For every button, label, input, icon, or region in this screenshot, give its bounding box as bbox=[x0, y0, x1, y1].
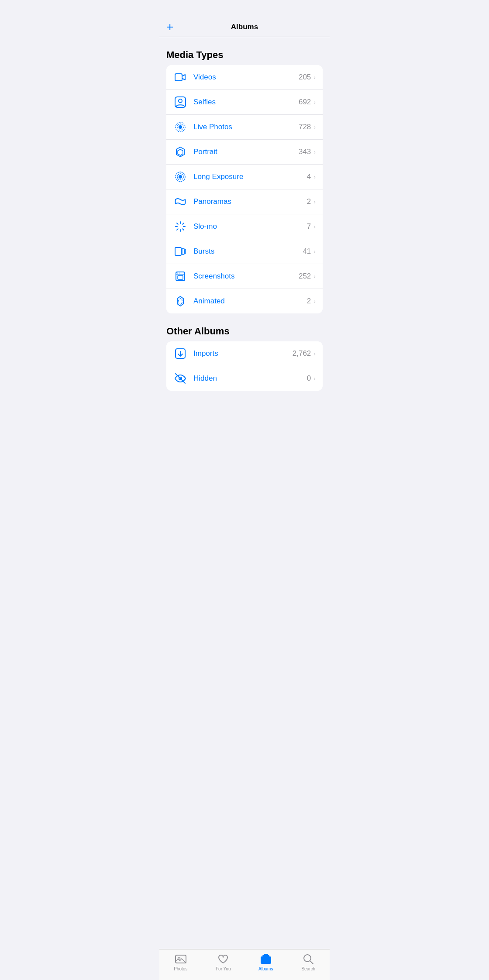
screenshots-label: Screenshots bbox=[193, 272, 299, 281]
list-item-animated[interactable]: Animated 2 › bbox=[166, 289, 323, 313]
media-types-heading: Media Types bbox=[159, 49, 330, 65]
add-button[interactable]: + bbox=[166, 21, 173, 33]
screenshots-chevron: › bbox=[313, 273, 316, 280]
animated-chevron: › bbox=[313, 298, 316, 305]
portrait-count: 343 bbox=[299, 148, 311, 156]
media-types-section: Media Types Videos 205 › bbox=[159, 49, 330, 313]
panoramas-count: 2 bbox=[307, 197, 311, 206]
live-photos-count: 728 bbox=[299, 123, 311, 131]
bursts-label: Bursts bbox=[193, 247, 303, 256]
svg-rect-29 bbox=[261, 956, 271, 964]
selfies-label: Selfies bbox=[193, 98, 299, 107]
long-exposure-chevron: › bbox=[313, 173, 316, 180]
videos-chevron: › bbox=[313, 74, 316, 81]
main-content: Media Types Videos 205 › bbox=[159, 49, 330, 427]
list-item-panoramas[interactable]: Panoramas 2 › bbox=[166, 189, 323, 214]
live-photo-icon bbox=[173, 120, 187, 134]
slomo-icon bbox=[173, 220, 187, 234]
panoramas-chevron: › bbox=[313, 198, 316, 205]
nav-bar: + Albums bbox=[159, 19, 330, 37]
svg-rect-23 bbox=[178, 275, 183, 279]
other-albums-heading: Other Albums bbox=[159, 326, 330, 341]
imports-chevron: › bbox=[313, 350, 316, 357]
albums-tab-label: Albums bbox=[258, 966, 273, 971]
videos-label: Videos bbox=[193, 73, 299, 82]
svg-rect-18 bbox=[182, 248, 184, 254]
animated-count: 2 bbox=[307, 297, 311, 306]
svg-line-13 bbox=[177, 223, 178, 224]
svg-point-22 bbox=[179, 273, 180, 274]
for-you-tab-label: For You bbox=[216, 966, 231, 971]
albums-tab-icon bbox=[260, 953, 272, 965]
animated-label: Animated bbox=[193, 297, 307, 306]
list-item-videos[interactable]: Videos 205 › bbox=[166, 65, 323, 90]
slo-mo-count: 7 bbox=[307, 222, 311, 231]
imports-icon bbox=[173, 347, 187, 361]
videos-count: 205 bbox=[299, 73, 311, 82]
tab-search[interactable]: Search bbox=[287, 953, 330, 971]
slo-mo-chevron: › bbox=[313, 223, 316, 230]
animated-icon bbox=[173, 294, 187, 308]
list-item-screenshots[interactable]: Screenshots 252 › bbox=[166, 264, 323, 289]
list-item-long-exposure[interactable]: Long Exposure 4 › bbox=[166, 165, 323, 189]
portrait-chevron: › bbox=[313, 148, 316, 155]
long-exposure-icon bbox=[173, 170, 187, 184]
list-item-imports[interactable]: Imports 2,762 › bbox=[166, 341, 323, 366]
hidden-count: 0 bbox=[307, 374, 311, 383]
svg-point-6 bbox=[179, 175, 182, 179]
long-exposure-count: 4 bbox=[307, 172, 311, 181]
tab-bar: Photos For You Albums Search bbox=[159, 949, 330, 980]
list-item-portrait[interactable]: Portrait 343 › bbox=[166, 140, 323, 165]
panorama-icon bbox=[173, 195, 187, 209]
slo-mo-label: Slo-mo bbox=[193, 222, 307, 231]
bursts-icon bbox=[173, 244, 187, 258]
photos-tab-label: Photos bbox=[174, 966, 187, 971]
tab-for-you[interactable]: For You bbox=[202, 953, 245, 971]
svg-point-2 bbox=[179, 99, 182, 103]
list-item-selfies[interactable]: Selfies 692 › bbox=[166, 90, 323, 115]
portrait-label: Portrait bbox=[193, 148, 299, 156]
imports-label: Imports bbox=[193, 349, 293, 358]
page-title: Albums bbox=[231, 23, 258, 31]
live-photos-chevron: › bbox=[313, 124, 316, 131]
bursts-count: 41 bbox=[303, 247, 311, 256]
search-tab-icon bbox=[302, 953, 314, 965]
hidden-chevron: › bbox=[313, 375, 316, 382]
live-photos-label: Live Photos bbox=[193, 123, 299, 131]
status-bar bbox=[159, 0, 330, 19]
svg-point-3 bbox=[179, 125, 182, 129]
svg-rect-17 bbox=[175, 248, 181, 255]
hidden-label: Hidden bbox=[193, 374, 307, 383]
svg-point-21 bbox=[177, 273, 178, 274]
svg-line-33 bbox=[310, 961, 313, 964]
other-albums-section: Other Albums Imports 2,762 › bbox=[159, 326, 330, 391]
panoramas-label: Panoramas bbox=[193, 197, 307, 206]
selfie-icon bbox=[173, 95, 187, 109]
selfies-count: 692 bbox=[299, 98, 311, 107]
svg-line-14 bbox=[183, 229, 184, 230]
list-item-slo-mo[interactable]: Slo-mo 7 › bbox=[166, 214, 323, 239]
search-tab-label: Search bbox=[301, 966, 315, 971]
svg-line-15 bbox=[183, 223, 184, 224]
portrait-icon bbox=[173, 145, 187, 159]
hidden-icon bbox=[173, 371, 187, 385]
tab-photos[interactable]: Photos bbox=[159, 953, 202, 971]
svg-rect-0 bbox=[175, 74, 182, 81]
long-exposure-label: Long Exposure bbox=[193, 172, 307, 181]
list-item-live-photos[interactable]: Live Photos 728 › bbox=[166, 115, 323, 140]
media-types-list: Videos 205 › Selfies 692 › bbox=[166, 65, 323, 313]
tab-albums[interactable]: Albums bbox=[244, 953, 287, 971]
svg-rect-19 bbox=[185, 249, 186, 254]
bursts-chevron: › bbox=[313, 248, 316, 255]
screenshots-count: 252 bbox=[299, 272, 311, 281]
selfies-chevron: › bbox=[313, 99, 316, 106]
list-item-hidden[interactable]: Hidden 0 › bbox=[166, 366, 323, 391]
photos-tab-icon bbox=[175, 953, 187, 965]
list-item-bursts[interactable]: Bursts 41 › bbox=[166, 239, 323, 264]
svg-line-16 bbox=[177, 229, 178, 230]
screenshot-icon bbox=[173, 269, 187, 283]
video-icon bbox=[173, 70, 187, 84]
for-you-tab-icon bbox=[217, 953, 229, 965]
imports-count: 2,762 bbox=[293, 349, 311, 358]
other-albums-list: Imports 2,762 › Hidden 0 › bbox=[166, 341, 323, 391]
